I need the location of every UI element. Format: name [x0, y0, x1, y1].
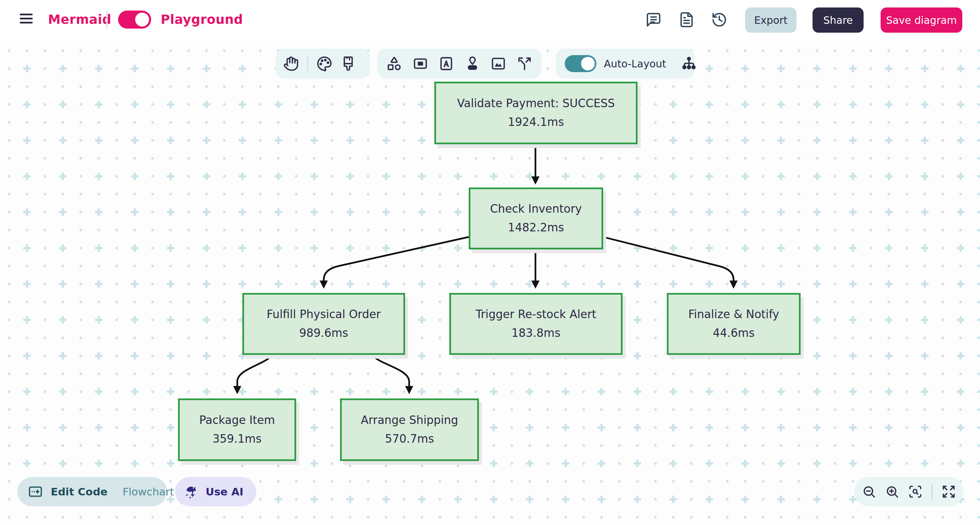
node-label: Trigger Re-stock Alert	[476, 307, 597, 322]
node-duration: 989.6ms	[299, 326, 348, 341]
node-duration: 570.7ms	[385, 432, 434, 446]
brand-divider	[106, 11, 108, 29]
frame-icon[interactable]	[412, 56, 428, 71]
flowchart-edges	[0, 0, 980, 525]
node-restock-alert[interactable]: Trigger Re-stock Alert 183.8ms	[449, 293, 623, 355]
node-finalize-notify[interactable]: Finalize & Notify 44.6ms	[667, 293, 800, 355]
use-ai-button[interactable]: Use AI	[205, 485, 243, 498]
node-label: Arrange Shipping	[361, 413, 458, 428]
share-button[interactable]: Share	[813, 8, 864, 33]
menu-icon[interactable]	[20, 14, 33, 24]
text-icon[interactable]	[438, 56, 454, 71]
fullscreen-icon[interactable]	[942, 484, 956, 499]
edge-fulfill-to-package	[237, 355, 272, 387]
node-label: Package Item	[199, 413, 275, 428]
node-duration: 1482.2ms	[508, 220, 564, 235]
ai-dolphin-icon	[184, 484, 199, 500]
node-arrange-shipping[interactable]: Arrange Shipping 570.7ms	[340, 398, 479, 461]
document-icon[interactable]	[678, 11, 695, 28]
history-icon[interactable]	[711, 11, 727, 28]
top-bar: Mermaid Playground Export Share Save dia…	[0, 0, 980, 40]
hand-icon[interactable]	[283, 56, 299, 71]
playground-toggle[interactable]	[118, 11, 151, 29]
brand-playground[interactable]: Playground	[161, 12, 243, 27]
edit-code-button[interactable]: Edit Code	[51, 485, 108, 498]
zoom-fit-icon[interactable]	[908, 484, 923, 499]
edit-code-icon[interactable]	[27, 484, 43, 500]
node-duration: 359.1ms	[213, 432, 262, 446]
brand-mermaid[interactable]: Mermaid	[48, 12, 111, 27]
node-label: Fulfill Physical Order	[267, 307, 380, 322]
diagram-type-label[interactable]: Flowchart	[123, 485, 174, 498]
stamp-icon[interactable]	[465, 56, 480, 71]
save-diagram-button[interactable]: Save diagram	[881, 8, 962, 33]
hierarchy-icon[interactable]	[681, 56, 697, 71]
node-validate-payment[interactable]: Validate Payment: SUCCESS 1924.1ms	[434, 82, 638, 144]
insert-tool-group	[377, 49, 541, 79]
auto-layout-toggle[interactable]	[565, 55, 597, 72]
paintbrush-icon[interactable]	[340, 56, 356, 71]
node-label: Check Inventory	[490, 202, 582, 216]
node-package-item[interactable]: Package Item 359.1ms	[178, 398, 296, 461]
node-fulfill-order[interactable]: Fulfill Physical Order 989.6ms	[242, 293, 405, 355]
node-duration: 183.8ms	[512, 326, 561, 341]
use-ai-group[interactable]: Use AI	[175, 477, 256, 506]
pan-tool-group	[276, 49, 370, 79]
auto-layout-label: Auto-Layout	[604, 58, 666, 70]
shapes-icon[interactable]	[387, 56, 402, 71]
node-check-inventory[interactable]: Check Inventory 1482.2ms	[469, 187, 603, 249]
export-button[interactable]: Export	[745, 8, 797, 33]
feedback-comment-icon[interactable]	[645, 11, 662, 28]
palette-icon[interactable]	[317, 56, 332, 71]
zoom-out-icon[interactable]	[862, 484, 876, 499]
node-duration: 1924.1ms	[508, 115, 564, 130]
footer-divider	[931, 484, 933, 499]
edge-check-to-fulfill	[324, 237, 469, 281]
node-label: Validate Payment: SUCCESS	[457, 96, 615, 111]
auto-layout-group: Auto-Layout	[556, 49, 695, 79]
node-label: Finalize & Notify	[688, 307, 779, 322]
edge-fulfill-to-arrange	[372, 355, 409, 387]
zoom-in-icon[interactable]	[885, 484, 899, 499]
split-arrow-icon[interactable]	[517, 56, 532, 71]
edit-code-group: Edit Code Flowchart	[18, 477, 167, 506]
edge-check-to-finalize	[603, 237, 733, 281]
mermaid-playground: Validate Payment: SUCCESS 1924.1ms Check…	[0, 0, 980, 525]
node-duration: 44.6ms	[713, 326, 755, 341]
zoom-controls	[854, 477, 963, 506]
toolbar-divider	[307, 56, 309, 71]
image-icon[interactable]	[490, 56, 506, 71]
